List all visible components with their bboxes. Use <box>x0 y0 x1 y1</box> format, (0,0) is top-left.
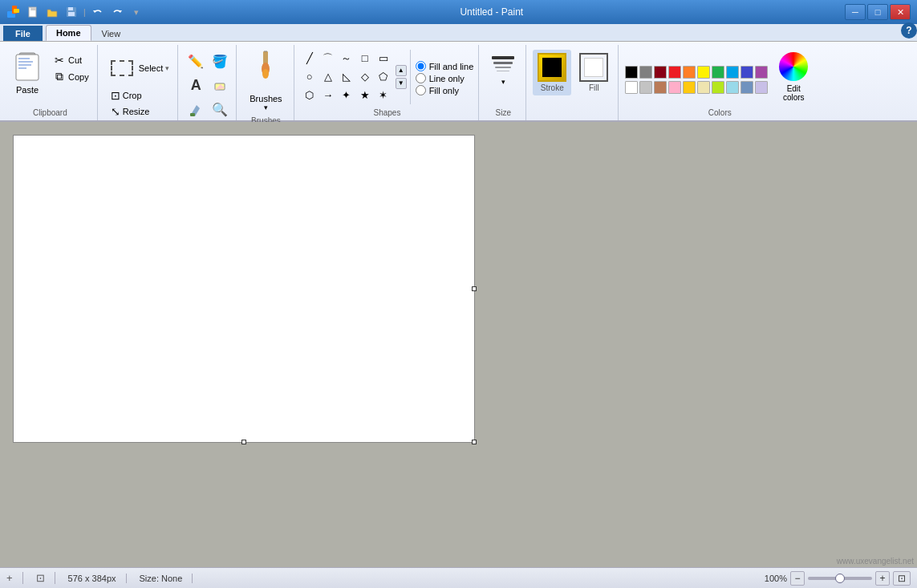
shape-curve[interactable]: ⌒ <box>319 50 337 67</box>
color-cell[interactable] <box>726 66 739 79</box>
fill-only-radio[interactable] <box>416 85 426 95</box>
resize-handle-right[interactable] <box>472 286 477 291</box>
paste-button[interactable]: Paste <box>8 47 47 98</box>
color-cell[interactable] <box>755 66 768 79</box>
tools-grid: ✏️ 🪣 A 🔍 <box>185 47 231 120</box>
shape-rounded-rect[interactable]: ▭ <box>375 50 392 67</box>
zoom-slider[interactable] <box>808 577 872 580</box>
edit-colors-button[interactable]: Edit colors <box>773 49 814 105</box>
text-tool[interactable]: A <box>185 74 207 96</box>
qa-save[interactable] <box>64 5 79 19</box>
color-cell[interactable] <box>639 66 652 79</box>
cut-button[interactable]: ✂ Cut <box>50 53 92 67</box>
canvas-area[interactable]: www.uxevangelist.net <box>0 122 917 567</box>
fill-tool[interactable]: 🪣 <box>209 50 231 72</box>
qa-redo[interactable] <box>110 5 124 19</box>
qa-dropdown[interactable]: ▾ <box>134 7 139 18</box>
qa-open[interactable] <box>45 5 59 19</box>
magnify-tool[interactable]: 🔍 <box>209 98 231 120</box>
zoom-in-button[interactable]: + <box>875 571 890 586</box>
fill-and-line-option[interactable]: Fill and line <box>416 61 474 71</box>
colorpicker-tool[interactable] <box>185 98 207 120</box>
help-icon[interactable]: ? <box>901 22 917 39</box>
shapes-container: ╱ ⌒ ～ □ ▭ ○ △ ◺ ◇ ⬠ ⬡ → ✦ ★ ✶ <box>301 50 474 104</box>
size-button[interactable]: ▾ <box>485 47 521 89</box>
svg-point-22 <box>262 69 269 79</box>
pencil-tool[interactable]: ✏️ <box>185 50 207 72</box>
shape-arrow[interactable]: → <box>319 87 337 104</box>
shapes-scroll-down[interactable]: ▼ <box>396 78 407 89</box>
shape-fill-options: Fill and line Line only Fill only <box>410 50 474 104</box>
resize-handle-bottom[interactable] <box>241 440 246 444</box>
fill-only-option[interactable]: Fill only <box>416 85 474 95</box>
shape-hexagon[interactable]: ⬡ <box>301 87 319 104</box>
shape-star6[interactable]: ✶ <box>375 87 392 104</box>
shape-pentagon[interactable]: ⬠ <box>375 68 392 86</box>
fill-only-label: Fill only <box>429 86 459 95</box>
color-cell[interactable] <box>697 66 710 79</box>
color-cell[interactable] <box>712 66 724 79</box>
size-label: Size <box>496 107 511 119</box>
crop-button[interactable]: ⊡ Crop <box>104 88 145 103</box>
ribbon-group-clipboard: Paste ✂ Cut ⧉ Copy Clipboard <box>3 45 98 120</box>
qa-new[interactable] <box>26 5 40 19</box>
tab-view[interactable]: View <box>91 26 132 41</box>
tab-file[interactable]: File <box>3 26 43 41</box>
color-cell[interactable] <box>639 81 652 94</box>
paint-app-icon[interactable] <box>6 5 21 19</box>
ribbon: Paste ✂ Cut ⧉ Copy Clipboard <box>0 42 917 122</box>
stroke-swatch[interactable]: Stroke <box>533 50 571 95</box>
resize-button[interactable]: ⤡ Resize <box>104 104 153 119</box>
copy-button[interactable]: ⧉ Copy <box>50 69 92 84</box>
brushes-icon <box>250 50 282 94</box>
color-cell[interactable] <box>740 81 753 94</box>
shape-freeform[interactable]: ～ <box>338 50 355 67</box>
qa-undo[interactable] <box>91 5 105 19</box>
color-cell[interactable] <box>668 81 681 94</box>
color-cell[interactable] <box>697 81 710 94</box>
fill-swatch[interactable]: Fill <box>574 50 613 95</box>
color-cell[interactable] <box>654 81 667 94</box>
ribbon-group-shapes: ╱ ⌒ ～ □ ▭ ○ △ ◺ ◇ ⬠ ⬡ → ✦ ★ ✶ <box>296 45 480 120</box>
color-cell[interactable] <box>654 66 667 79</box>
svg-rect-13 <box>18 58 30 59</box>
line-only-option[interactable]: Line only <box>416 73 474 83</box>
shape-line[interactable]: ╱ <box>301 50 319 67</box>
shape-star5[interactable]: ★ <box>356 87 374 104</box>
zoom-fit-button[interactable]: ⊡ <box>893 571 911 586</box>
drawing-canvas[interactable] <box>13 135 475 443</box>
cut-icon: ✂ <box>53 54 66 67</box>
maximize-button[interactable]: □ <box>867 4 888 20</box>
fill-label: Fill <box>589 83 599 92</box>
resize-handle-corner[interactable] <box>472 440 477 444</box>
close-button[interactable]: ✕ <box>890 4 911 20</box>
zoom-out-button[interactable]: − <box>790 571 805 586</box>
color-cell[interactable] <box>625 66 638 79</box>
color-cell[interactable] <box>726 81 739 94</box>
color-cell[interactable] <box>740 66 753 79</box>
shape-ellipse[interactable]: ○ <box>301 68 319 86</box>
shape-right-triangle[interactable]: ◺ <box>338 68 355 86</box>
shape-rect[interactable]: □ <box>356 50 374 67</box>
shape-star4[interactable]: ✦ <box>338 87 355 104</box>
color-cell[interactable] <box>712 81 724 94</box>
brushes-button[interactable]: Brushes ▾ <box>243 47 288 115</box>
shapes-scroll: ▲ ▼ <box>396 50 407 104</box>
ribbon-tabs: File Home View ? <box>0 24 917 42</box>
shape-diamond[interactable]: ◇ <box>356 68 374 86</box>
tab-home[interactable]: Home <box>46 25 91 41</box>
fill-and-line-radio[interactable] <box>416 61 426 71</box>
color-cell[interactable] <box>755 81 768 94</box>
eraser-tool[interactable] <box>209 74 231 96</box>
color-cell[interactable] <box>683 66 696 79</box>
minimize-button[interactable]: ─ <box>845 4 866 20</box>
color-cell[interactable] <box>668 66 681 79</box>
line-only-radio[interactable] <box>416 73 426 83</box>
shape-triangle[interactable]: △ <box>319 68 337 86</box>
color-cell[interactable] <box>683 81 696 94</box>
select-label: Select <box>139 63 164 73</box>
shapes-scroll-up[interactable]: ▲ <box>396 65 407 76</box>
select-button[interactable]: Select ▾ <box>104 50 173 87</box>
ribbon-group-image: Select ▾ ⊡ Crop ⤡ Resize ↻ Rotate ▾ Imag… <box>99 45 179 120</box>
color-cell[interactable] <box>625 81 638 94</box>
